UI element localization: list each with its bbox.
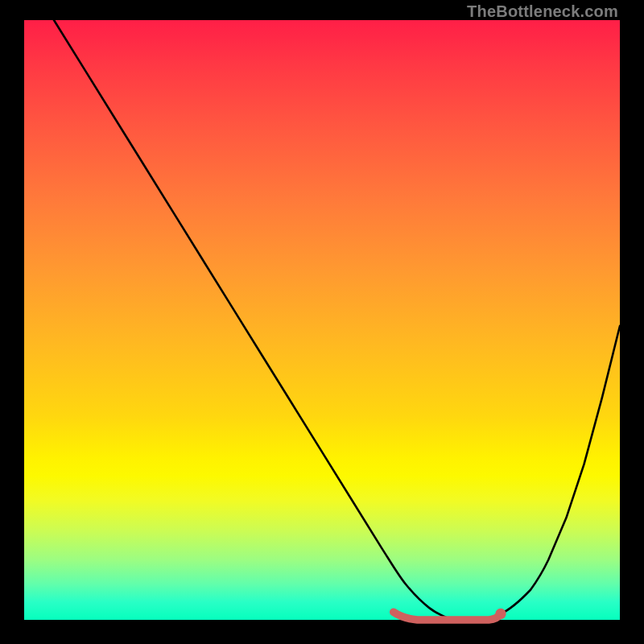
- plot-area: [24, 20, 620, 620]
- watermark-text: TheBottleneck.com: [467, 3, 618, 19]
- chart-frame: TheBottleneck.com: [0, 0, 644, 644]
